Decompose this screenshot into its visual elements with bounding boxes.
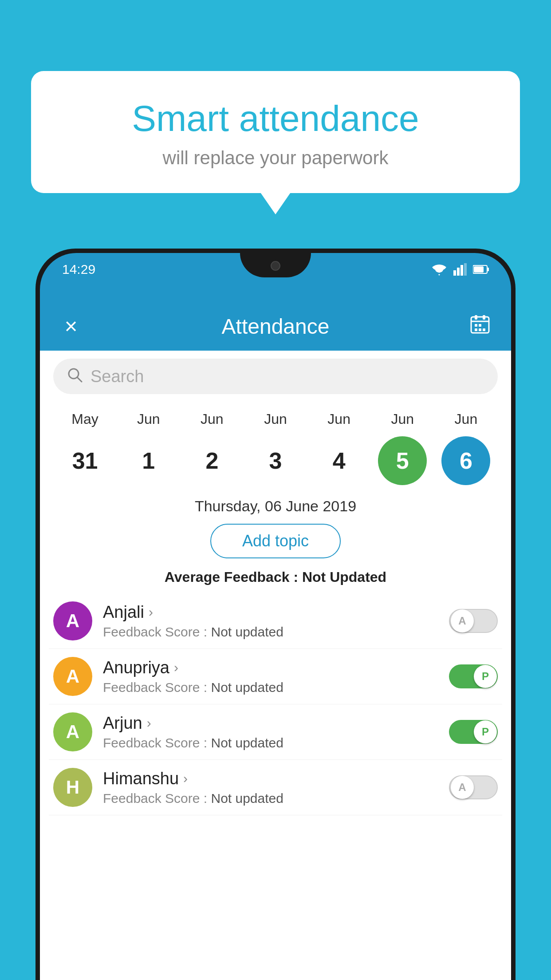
- calendar-months-row: May Jun Jun Jun Jun Jun: [53, 411, 498, 433]
- student-name-himanshu: Himanshu ›: [103, 769, 449, 788]
- avatar-anjali: A: [53, 601, 92, 640]
- toggle-knob-anupriya: P: [474, 665, 497, 688]
- svg-rect-1: [457, 268, 460, 276]
- feedback-score-anupriya: Feedback Score : Not updated: [103, 680, 449, 695]
- add-topic-container: Add topic: [40, 519, 511, 566]
- student-name-anupriya: Anupriya ›: [103, 658, 449, 677]
- status-icons: [431, 263, 489, 276]
- student-info-himanshu: Himanshu › Feedback Score : Not updated: [103, 769, 449, 806]
- svg-rect-11: [475, 324, 477, 327]
- svg-rect-2: [460, 265, 463, 276]
- cal-date-col-3[interactable]: 3: [247, 436, 304, 485]
- svg-rect-15: [483, 328, 485, 331]
- cal-day-1[interactable]: 1: [124, 436, 173, 485]
- cal-col-2: Jun: [183, 411, 241, 433]
- toggle-anjali[interactable]: A: [449, 609, 498, 633]
- battery-icon: [473, 265, 489, 274]
- avatar-anupriya: A: [53, 657, 92, 696]
- svg-rect-12: [479, 324, 481, 327]
- speech-bubble-container: Smart attendance will replace your paper…: [31, 71, 520, 193]
- cal-date-col-4[interactable]: 4: [310, 436, 368, 485]
- wifi-icon: [431, 263, 447, 276]
- student-item-arjun[interactable]: A Arjun › Feedback Score : Not updated P: [49, 704, 502, 760]
- speech-bubble: Smart attendance will replace your paper…: [31, 71, 520, 193]
- toggle-knob-arjun: P: [474, 720, 497, 743]
- student-list: A Anjali › Feedback Score : Not updated …: [40, 593, 511, 815]
- avatar-himanshu: H: [53, 768, 92, 807]
- cal-day-4[interactable]: 4: [315, 436, 363, 485]
- cal-col-5: Jun: [374, 411, 431, 433]
- svg-rect-10: [483, 315, 485, 320]
- student-info-arjun: Arjun › Feedback Score : Not updated: [103, 714, 449, 751]
- svg-rect-14: [479, 328, 481, 331]
- selected-date-label: Thursday, 06 June 2019: [40, 490, 511, 519]
- toggle-knob-anjali: A: [451, 609, 474, 632]
- cal-date-col-5[interactable]: 5: [374, 436, 431, 485]
- avg-feedback-label: Average Feedback :: [165, 569, 298, 585]
- avatar-arjun: A: [53, 712, 92, 751]
- camera-dot: [271, 261, 280, 271]
- cal-date-col-0[interactable]: 31: [56, 436, 114, 485]
- cal-month-1: Jun: [137, 411, 160, 427]
- cal-date-col-2[interactable]: 2: [183, 436, 241, 485]
- calendar-icon[interactable]: [467, 314, 493, 338]
- search-icon: [67, 367, 83, 387]
- cal-day-5[interactable]: 5: [378, 436, 427, 485]
- add-topic-button[interactable]: Add topic: [210, 524, 341, 558]
- toggle-knob-himanshu: A: [451, 776, 474, 799]
- signal-icon: [453, 263, 467, 276]
- chevron-anupriya: ›: [174, 660, 178, 675]
- cal-col-4: Jun: [310, 411, 368, 433]
- search-input[interactable]: Search: [91, 367, 144, 386]
- svg-rect-6: [474, 266, 484, 273]
- screen-content: Search May Jun Jun Jun: [40, 351, 511, 980]
- phone-frame: 14:29: [35, 249, 516, 980]
- cal-day-3[interactable]: 3: [251, 436, 300, 485]
- student-name-arjun: Arjun ›: [103, 714, 449, 733]
- toggle-arjun[interactable]: P: [449, 720, 498, 744]
- bubble-subtitle: will replace your paperwork: [53, 147, 498, 169]
- cal-month-2: Jun: [201, 411, 224, 427]
- cal-date-col-1[interactable]: 1: [120, 436, 177, 485]
- cal-date-col-6[interactable]: 6: [437, 436, 495, 485]
- bubble-title: Smart attendance: [53, 98, 498, 139]
- cal-day-2[interactable]: 2: [188, 436, 236, 485]
- search-bar[interactable]: Search: [53, 359, 498, 394]
- svg-rect-5: [487, 268, 489, 271]
- cal-col-1: Jun: [120, 411, 177, 433]
- cal-col-6: Jun: [437, 411, 495, 433]
- toggle-anupriya[interactable]: P: [449, 664, 498, 688]
- cal-col-0: May: [56, 411, 114, 433]
- student-item-anupriya[interactable]: A Anupriya › Feedback Score : Not update…: [49, 649, 502, 704]
- feedback-score-arjun: Feedback Score : Not updated: [103, 735, 449, 751]
- cal-month-0: May: [71, 411, 98, 427]
- app-bar: × Attendance: [40, 302, 511, 351]
- phone-inner: 14:29: [40, 253, 511, 980]
- student-info-anupriya: Anupriya › Feedback Score : Not updated: [103, 658, 449, 695]
- svg-rect-13: [475, 328, 477, 331]
- cal-day-6[interactable]: 6: [441, 436, 490, 485]
- cal-month-3: Jun: [264, 411, 287, 427]
- calendar-strip: May Jun Jun Jun Jun Jun: [40, 402, 511, 490]
- chevron-anjali: ›: [149, 605, 153, 620]
- svg-rect-3: [464, 263, 467, 276]
- cal-day-0[interactable]: 31: [61, 436, 110, 485]
- feedback-score-himanshu: Feedback Score : Not updated: [103, 791, 449, 806]
- cal-month-5: Jun: [391, 411, 414, 427]
- cal-month-6: Jun: [455, 411, 478, 427]
- calendar-dates-row: 31 1 2 3 4 5: [53, 436, 498, 485]
- student-name-anjali: Anjali ›: [103, 603, 449, 622]
- svg-line-17: [77, 377, 82, 382]
- toggle-himanshu[interactable]: A: [449, 775, 498, 799]
- close-button[interactable]: ×: [58, 315, 84, 337]
- cal-col-3: Jun: [247, 411, 304, 433]
- avg-feedback: Average Feedback : Not Updated: [40, 566, 511, 593]
- student-item-himanshu[interactable]: H Himanshu › Feedback Score : Not update…: [49, 760, 502, 815]
- cal-month-4: Jun: [327, 411, 350, 427]
- search-bar-container: Search: [40, 351, 511, 402]
- avg-feedback-value: Not Updated: [302, 569, 386, 585]
- feedback-score-anjali: Feedback Score : Not updated: [103, 624, 449, 640]
- student-item-anjali[interactable]: A Anjali › Feedback Score : Not updated …: [49, 593, 502, 649]
- status-time: 14:29: [62, 262, 95, 277]
- chevron-arjun: ›: [147, 715, 151, 731]
